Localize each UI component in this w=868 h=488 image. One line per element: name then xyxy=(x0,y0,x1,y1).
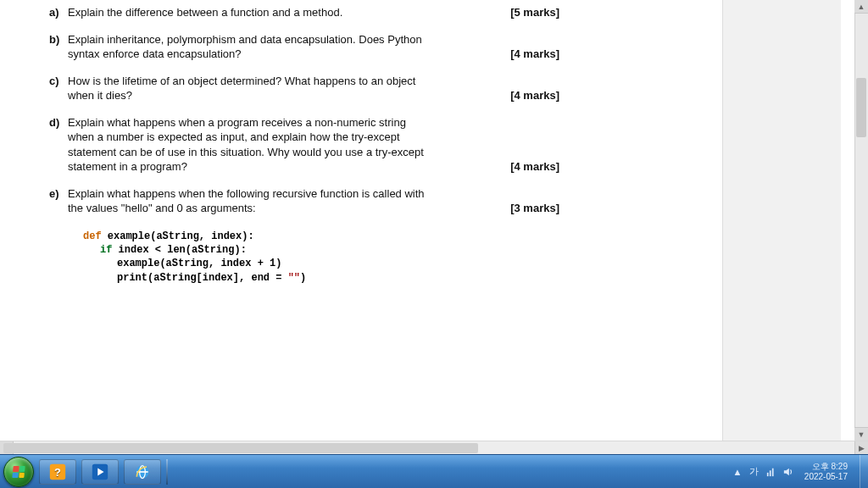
question-letter: b) xyxy=(49,32,59,47)
question-text: when it dies? xyxy=(68,88,137,103)
start-button[interactable] xyxy=(3,457,34,487)
question-marks: [4 marks] xyxy=(510,88,559,103)
question-letter: c) xyxy=(49,74,59,89)
vertical-scrollbar-track[interactable]: ▲ ▼ xyxy=(854,0,868,441)
code-line-print-c: ) xyxy=(300,272,306,284)
clock-date: 2022-05-17 xyxy=(804,472,848,482)
tray-volume-icon[interactable] xyxy=(782,466,794,478)
question-marks: [4 marks] xyxy=(510,159,559,175)
tray-network-icon[interactable] xyxy=(765,466,777,478)
right-sidebar: ▲ ▼ xyxy=(715,0,868,441)
code-line-print-a: print(aString[index], end = xyxy=(117,272,288,284)
svg-marker-9 xyxy=(784,468,789,475)
question-text: Explain the difference between a functio… xyxy=(68,5,348,20)
tray-chevron-up-icon[interactable]: ▲ xyxy=(732,466,743,478)
show-desktop-button[interactable] xyxy=(860,455,868,489)
code-fn-decl: example(aString, index): xyxy=(108,230,254,242)
screenshot-root: a) Explain the difference between a func… xyxy=(0,0,868,488)
tray-language-icon[interactable]: 가 xyxy=(748,466,760,478)
scroll-right-arrow-icon[interactable]: ▶ xyxy=(854,441,868,455)
question-text: Explain what happens when the following … xyxy=(68,187,425,200)
question-text: Explain inheritance, polymorphism and da… xyxy=(68,33,422,46)
horizontal-scrollbar-thumb[interactable] xyxy=(3,443,478,453)
media-player-icon xyxy=(91,463,109,481)
taskbar: ? ▲ 가 오후 8:29 2022-05- xyxy=(0,454,868,488)
scroll-down-arrow-icon[interactable]: ▼ xyxy=(854,427,868,441)
question-text: How is the lifetime of an object determi… xyxy=(68,75,415,87)
taskbar-clock[interactable]: 오후 8:29 2022-05-17 xyxy=(799,462,853,481)
thumbnail-panel xyxy=(722,0,841,441)
code-snippet: def example(aString, index): if index < … xyxy=(83,230,559,285)
code-condition: index < len(aString): xyxy=(119,244,247,256)
chegg-icon: ? xyxy=(48,463,67,481)
question-letter: d) xyxy=(49,115,59,130)
clock-time: 오후 8:29 xyxy=(804,462,848,472)
question-marks: [4 marks] xyxy=(510,47,559,62)
svg-rect-8 xyxy=(772,468,774,475)
code-keyword-if: if xyxy=(100,244,119,256)
taskbar-divider xyxy=(166,459,168,485)
code-keyword-def: def xyxy=(83,230,108,242)
svg-text:?: ? xyxy=(54,465,61,478)
question-d: d) Explain what happens when a program r… xyxy=(49,115,559,175)
question-marks: [5 marks] xyxy=(510,5,559,20)
windows-logo-icon xyxy=(3,458,35,486)
question-text: statement in a program? xyxy=(68,159,192,175)
question-letter: a) xyxy=(49,5,59,20)
question-b: b) Explain inheritance, polymorphism and… xyxy=(49,32,559,62)
svg-rect-7 xyxy=(770,470,771,476)
question-letter: e) xyxy=(49,186,59,202)
question-marks: [3 marks] xyxy=(510,201,559,216)
question-a: a) Explain the difference between a func… xyxy=(49,5,559,20)
vertical-scrollbar-thumb[interactable] xyxy=(856,78,866,137)
question-text: the values "hello" and 0 as arguments: xyxy=(68,201,261,216)
system-tray: ▲ 가 오후 8:29 2022-05-17 xyxy=(725,455,860,488)
question-e: e) Explain what happens when the followi… xyxy=(49,186,559,216)
horizontal-scrollbar-track[interactable]: ◀ ▶ xyxy=(0,441,868,454)
question-text: when a number is expected as input, and … xyxy=(68,130,400,143)
internet-explorer-icon xyxy=(133,463,152,481)
taskbar-app-chegg[interactable]: ? xyxy=(39,459,76,485)
taskbar-app-media[interactable] xyxy=(81,459,119,485)
code-line-recurse: example(aString, index + 1) xyxy=(117,258,281,269)
scroll-up-arrow-icon[interactable]: ▲ xyxy=(854,0,868,14)
question-text: statement can be of use in this situatio… xyxy=(68,146,424,158)
question-c: c) How is the lifetime of an object dete… xyxy=(49,74,559,103)
taskbar-app-ie[interactable] xyxy=(124,459,161,485)
code-string-literal: "" xyxy=(288,272,300,284)
question-text: Explain what happens when a program rece… xyxy=(68,116,406,129)
svg-rect-6 xyxy=(767,472,769,475)
document-page: a) Explain the difference between a func… xyxy=(0,0,593,441)
question-text: syntax enforce data encapsulation? xyxy=(68,47,247,62)
